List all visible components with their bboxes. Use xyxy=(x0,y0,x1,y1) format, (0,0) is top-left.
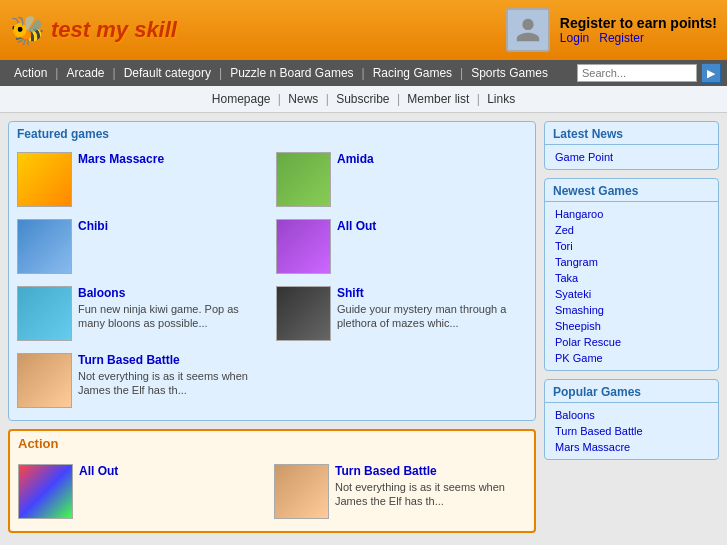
navbar: Action | Arcade | Default category | Puz… xyxy=(0,60,727,86)
newest-hangaroo[interactable]: Hangaroo xyxy=(545,206,718,222)
popular-games-title: Popular Games xyxy=(545,380,718,403)
newest-pkgame[interactable]: PK Game xyxy=(545,350,718,366)
featured-games-inner: Mars Massacre Amida Chibi xyxy=(9,144,535,420)
game-info: Amida xyxy=(337,152,374,166)
list-item: All Out xyxy=(18,460,270,523)
nav-default[interactable]: Default category xyxy=(116,62,219,84)
game-thumb-chibi xyxy=(17,219,72,274)
popular-baloons[interactable]: Baloons xyxy=(545,407,718,423)
action-section-box: Action All Out Turn Based Battle Not eve… xyxy=(8,429,536,533)
newest-games-box: Newest Games Hangaroo Zed Tori Tangram T… xyxy=(544,178,719,371)
newest-smashing[interactable]: Smashing xyxy=(545,302,718,318)
featured-games-grid: Mars Massacre Amida Chibi xyxy=(17,148,527,412)
game-title-action-turnbased[interactable]: Turn Based Battle xyxy=(335,464,437,478)
game-title-allout[interactable]: All Out xyxy=(337,219,376,233)
newest-tori[interactable]: Tori xyxy=(545,238,718,254)
game-info: All Out xyxy=(79,464,118,478)
nav-racing[interactable]: Racing Games xyxy=(365,62,460,84)
game-info: Mars Massacre xyxy=(78,152,164,166)
secondary-nav: Homepage | News | Subscribe | Member lis… xyxy=(0,86,727,113)
newest-games-title: Newest Games xyxy=(545,179,718,202)
game-thumb-mars xyxy=(17,152,72,207)
featured-games-title: Featured games xyxy=(9,122,535,144)
newest-sheepish[interactable]: Sheepish xyxy=(545,318,718,334)
game-thumb-action-turnbased xyxy=(274,464,329,519)
list-item: Shift Guide your mystery man through a p… xyxy=(276,282,527,345)
game-thumb-shift xyxy=(276,286,331,341)
newest-syateki[interactable]: Syateki xyxy=(545,286,718,302)
game-title-mars[interactable]: Mars Massacre xyxy=(78,152,164,166)
game-desc-action-turnbased: Not everything is as it seems when James… xyxy=(335,480,526,509)
game-thumb-baloons xyxy=(17,286,72,341)
newest-games-inner: Hangaroo Zed Tori Tangram Taka Syateki S… xyxy=(545,202,718,370)
nav-action[interactable]: Action xyxy=(6,62,55,84)
list-item: Baloons Fun new ninja kiwi game. Pop as … xyxy=(17,282,268,345)
register-link[interactable]: Register xyxy=(599,31,644,45)
game-thumb-turnbased xyxy=(17,353,72,408)
game-title-baloons[interactable]: Baloons xyxy=(78,286,125,300)
search-button[interactable]: ▶ xyxy=(701,63,721,83)
game-desc-baloons: Fun new ninja kiwi game. Pop as many blo… xyxy=(78,302,268,331)
logo-text: test my skill xyxy=(51,17,177,43)
game-desc-shift: Guide your mystery man through a plethor… xyxy=(337,302,527,331)
news-item-gamepoint[interactable]: Game Point xyxy=(545,149,718,165)
game-title-amida[interactable]: Amida xyxy=(337,152,374,166)
game-title-turnbased[interactable]: Turn Based Battle xyxy=(78,353,180,367)
register-area: Register to earn points! Login Register xyxy=(506,8,717,52)
list-item: Turn Based Battle Not everything is as i… xyxy=(274,460,526,523)
featured-games-box: Featured games Mars Massacre Amida xyxy=(8,121,536,421)
popular-games-inner: Baloons Turn Based Battle Mars Massacre xyxy=(545,403,718,459)
action-section-title: Action xyxy=(10,431,534,456)
game-title-chibi[interactable]: Chibi xyxy=(78,219,108,233)
latest-news-title: Latest News xyxy=(545,122,718,145)
nav-links: Action | Arcade | Default category | Puz… xyxy=(6,62,577,84)
search-box: ▶ xyxy=(577,63,721,83)
newest-tangram[interactable]: Tangram xyxy=(545,254,718,270)
list-item: Turn Based Battle Not everything is as i… xyxy=(17,349,268,412)
game-info: All Out xyxy=(337,219,376,233)
right-panel: Latest News Game Point Newest Games Hang… xyxy=(544,121,719,541)
popular-games-box: Popular Games Baloons Turn Based Battle … xyxy=(544,379,719,460)
newest-polarrescue[interactable]: Polar Rescue xyxy=(545,334,718,350)
game-thumb-allout xyxy=(276,219,331,274)
nav-sports[interactable]: Sports Games xyxy=(463,62,556,84)
homepage-link[interactable]: Homepage xyxy=(212,92,271,106)
list-item: Mars Massacre xyxy=(17,148,268,211)
memberlist-link[interactable]: Member list xyxy=(407,92,469,106)
list-item: Chibi xyxy=(17,215,268,278)
login-link[interactable]: Login xyxy=(560,31,589,45)
register-title: Register to earn points! xyxy=(560,15,717,31)
popular-turnbased[interactable]: Turn Based Battle xyxy=(545,423,718,439)
game-info: Baloons Fun new ninja kiwi game. Pop as … xyxy=(78,286,268,331)
avatar xyxy=(506,8,550,52)
game-info: Turn Based Battle Not everything is as i… xyxy=(335,464,526,509)
header: 🐝 test my skill Register to earn points!… xyxy=(0,0,727,60)
game-info: Shift Guide your mystery man through a p… xyxy=(337,286,527,331)
newest-taka[interactable]: Taka xyxy=(545,270,718,286)
list-item: Amida xyxy=(276,148,527,211)
game-desc-turnbased: Not everything is as it seems when James… xyxy=(78,369,268,398)
main-content: Featured games Mars Massacre Amida xyxy=(0,113,727,545)
action-games-grid: All Out Turn Based Battle Not everything… xyxy=(10,456,534,531)
game-title-shift[interactable]: Shift xyxy=(337,286,364,300)
register-links: Login Register xyxy=(560,31,717,45)
search-input[interactable] xyxy=(577,64,697,82)
news-link[interactable]: News xyxy=(288,92,318,106)
subscribe-link[interactable]: Subscribe xyxy=(336,92,389,106)
logo-area: 🐝 test my skill xyxy=(10,14,506,47)
latest-news-box: Latest News Game Point xyxy=(544,121,719,170)
game-info: Chibi xyxy=(78,219,108,233)
left-panel: Featured games Mars Massacre Amida xyxy=(8,121,536,541)
latest-news-inner: Game Point xyxy=(545,145,718,169)
nav-puzzle[interactable]: Puzzle n Board Games xyxy=(222,62,361,84)
newest-zed[interactable]: Zed xyxy=(545,222,718,238)
logo-icon: 🐝 xyxy=(10,14,45,47)
game-thumb-action-allout xyxy=(18,464,73,519)
game-title-action-allout[interactable]: All Out xyxy=(79,464,118,478)
popular-marsmassacre[interactable]: Mars Massacre xyxy=(545,439,718,455)
register-text-area: Register to earn points! Login Register xyxy=(560,15,717,45)
nav-arcade[interactable]: Arcade xyxy=(58,62,112,84)
game-thumb-amida xyxy=(276,152,331,207)
list-item: All Out xyxy=(276,215,527,278)
links-link[interactable]: Links xyxy=(487,92,515,106)
